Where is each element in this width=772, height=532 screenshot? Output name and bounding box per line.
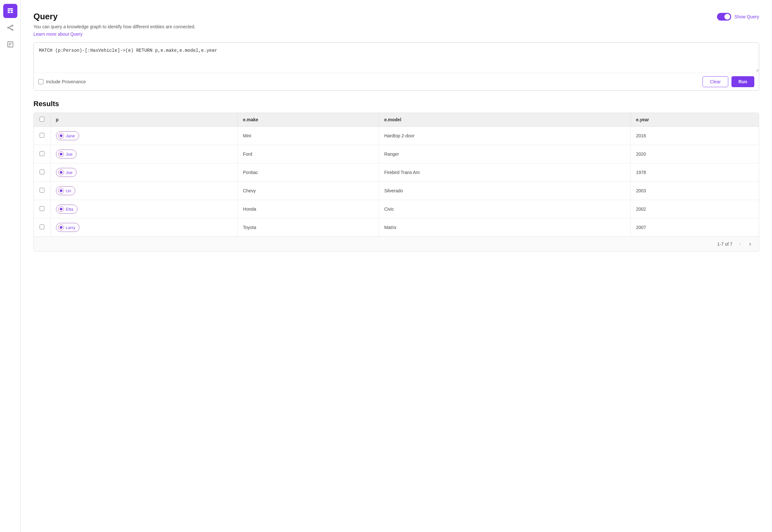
include-provenance-text: Include Provenance (46, 79, 86, 84)
entity-chip-icon (58, 206, 64, 212)
sidebar-item-edit[interactable] (3, 37, 17, 51)
page-title: Query (33, 12, 196, 22)
select-all-checkbox[interactable] (40, 117, 44, 122)
svg-rect-2 (10, 10, 13, 11)
results-table: p e.make e.model e.year JaneMiniHardtop … (34, 113, 759, 236)
include-provenance-checkbox[interactable] (38, 79, 43, 84)
clear-button[interactable]: Clear (703, 76, 728, 87)
row-emodel-cell: Civic (379, 200, 631, 218)
row-eyear-cell: 2003 (631, 182, 759, 200)
table-row: EttaHondaCivic2002 (34, 200, 759, 218)
row-checkbox[interactable] (40, 206, 44, 211)
entity-chip-icon (58, 151, 64, 157)
row-eyear-cell: 2007 (631, 218, 759, 237)
entity-chip-icon (58, 170, 64, 175)
row-eyear-cell: 2020 (631, 145, 759, 163)
results-title: Results (33, 100, 759, 108)
header-row: Query You can query a knowledge graph to… (33, 12, 759, 37)
row-p-cell: Jane (51, 127, 238, 145)
th-p: p (51, 113, 238, 127)
svg-rect-4 (10, 12, 13, 13)
row-emake-cell: Chevy (238, 182, 379, 200)
entity-chip-icon (58, 133, 64, 139)
row-select-cell (34, 145, 51, 163)
entity-chip[interactable]: Uri (56, 186, 76, 195)
sidebar (0, 0, 21, 532)
row-emodel-cell: Matrix (379, 218, 631, 237)
row-emake-cell: Pontiac (238, 163, 379, 182)
show-query-toggle-row: Show Query (717, 13, 759, 21)
row-p-cell: Uri (51, 182, 238, 200)
row-eyear-cell: 2016 (631, 127, 759, 145)
row-checkbox[interactable] (40, 133, 44, 138)
table-footer: 1-7 of 7 ‹ › (34, 236, 759, 251)
svg-point-7 (12, 29, 13, 31)
main-content: Query You can query a knowledge graph to… (21, 0, 772, 532)
row-select-cell (34, 163, 51, 182)
run-button[interactable]: Run (731, 76, 754, 87)
row-select-cell (34, 200, 51, 218)
row-p-cell: Joe (51, 163, 238, 182)
table-header-row: p e.make e.model e.year (34, 113, 759, 127)
th-eyear: e.year (631, 113, 759, 127)
entity-chip[interactable]: Joe (56, 150, 77, 159)
pagination-next[interactable]: › (747, 240, 753, 248)
svg-rect-0 (7, 8, 13, 10)
row-p-cell: Larry (51, 218, 238, 237)
sidebar-item-graph[interactable] (3, 21, 17, 35)
entity-chip-icon-inner (60, 208, 62, 210)
entity-chip-icon-inner (60, 171, 62, 174)
th-emodel: e.model (379, 113, 631, 127)
entity-chip-icon-inner (60, 153, 62, 155)
entity-chip-label: Joe (66, 152, 73, 157)
row-emake-cell: Honda (238, 200, 379, 218)
table-body: JaneMiniHardtop 2-door2016JoeFordRanger2… (34, 127, 759, 237)
pagination-prev[interactable]: ‹ (737, 240, 743, 248)
header-left: Query You can query a knowledge graph to… (33, 12, 196, 37)
th-select (34, 113, 51, 127)
row-select-cell (34, 182, 51, 200)
entity-chip[interactable]: Joe (56, 168, 77, 177)
row-select-cell (34, 218, 51, 237)
sidebar-item-table[interactable] (3, 4, 17, 18)
entity-chip-label: Etta (66, 207, 73, 212)
table-row: JoePontiacFirebird Trans Am1978 (34, 163, 759, 182)
row-checkbox[interactable] (40, 188, 44, 193)
entity-chip[interactable]: Jane (56, 131, 79, 140)
svg-point-5 (7, 27, 9, 28)
table-header: p e.make e.model e.year (34, 113, 759, 127)
entity-chip-icon-inner (60, 134, 62, 137)
row-eyear-cell: 2002 (631, 200, 759, 218)
svg-point-6 (12, 25, 13, 26)
row-emodel-cell: Hardtop 2-door (379, 127, 631, 145)
svg-rect-1 (7, 10, 10, 11)
svg-rect-3 (7, 12, 10, 13)
row-checkbox[interactable] (40, 151, 44, 156)
table-row: JoeFordRanger2020 (34, 145, 759, 163)
toggle-track (717, 13, 731, 21)
table-icon (7, 7, 14, 14)
th-emake: e.make (238, 113, 379, 127)
results-table-wrap: p e.make e.model e.year JaneMiniHardtop … (33, 113, 759, 252)
table-row: UriChevySilverado2003 (34, 182, 759, 200)
include-provenance-label[interactable]: Include Provenance (38, 79, 86, 84)
row-checkbox[interactable] (40, 225, 44, 229)
entity-chip-icon (58, 188, 64, 194)
show-query-label: Show Query (734, 14, 759, 19)
table-row: LarryToyotaMatrix2007 (34, 218, 759, 237)
entity-chip-icon-inner (60, 189, 62, 192)
query-buttons: Clear Run (703, 76, 754, 87)
show-query-toggle[interactable] (717, 13, 731, 21)
row-p-cell: Joe (51, 145, 238, 163)
row-emodel-cell: Ranger (379, 145, 631, 163)
entity-chip-label: Jane (66, 133, 75, 138)
row-emodel-cell: Silverado (379, 182, 631, 200)
row-select-cell (34, 127, 51, 145)
row-checkbox[interactable] (40, 170, 44, 174)
entity-chip[interactable]: Larry (56, 223, 80, 232)
table-row: JaneMiniHardtop 2-door2016 (34, 127, 759, 145)
row-emake-cell: Mini (238, 127, 379, 145)
learn-more-link[interactable]: Learn more about Query (33, 32, 83, 37)
query-textarea[interactable] (34, 43, 759, 72)
entity-chip[interactable]: Etta (56, 205, 78, 214)
